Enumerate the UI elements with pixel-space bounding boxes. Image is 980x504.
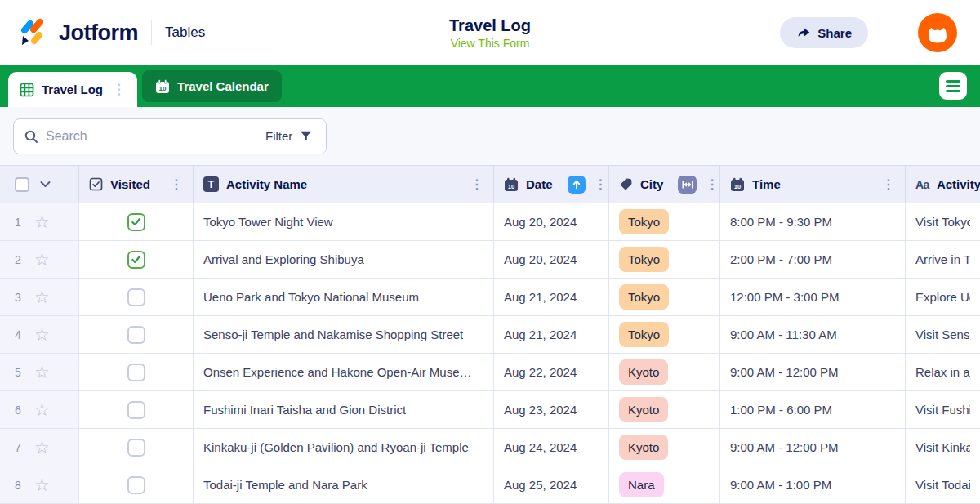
visited-cell[interactable] [79, 203, 194, 240]
search-input[interactable] [46, 129, 242, 144]
activity-cell[interactable]: Visit Todai- [906, 466, 980, 503]
visited-checkbox[interactable] [127, 326, 145, 344]
visited-checkbox[interactable] [127, 364, 145, 381]
visited-checkbox[interactable] [127, 401, 145, 419]
star-icon[interactable]: ☆ [34, 364, 50, 381]
visited-cell[interactable] [79, 241, 194, 278]
search-box[interactable] [14, 119, 252, 154]
tab-options-kebab-icon[interactable]: ⋮ [110, 83, 127, 96]
date-cell[interactable]: Aug 21, 2024 [494, 279, 609, 315]
activity-name-cell[interactable]: Arrival and Exploring Shibuya [194, 241, 494, 278]
visited-cell[interactable] [79, 391, 194, 428]
visited-cell[interactable] [79, 429, 194, 466]
tab-travel-calendar[interactable]: 10 Travel Calendar [142, 70, 282, 102]
star-icon[interactable]: ☆ [34, 326, 50, 343]
visited-checkbox[interactable] [127, 251, 145, 269]
time-cell[interactable]: 2:00 PM - 7:00 PM [720, 241, 906, 278]
city-cell[interactable]: Tokyo [609, 316, 720, 353]
visited-cell[interactable] [79, 316, 194, 353]
time-cell[interactable]: 12:00 PM - 3:00 PM [720, 279, 906, 315]
tab-travel-log[interactable]: Travel Log ⋮ [8, 72, 137, 107]
row-index-cell: 8 ☆ [0, 466, 79, 503]
time-cell[interactable]: 8:00 PM - 9:30 PM [720, 203, 906, 240]
view-this-form-link[interactable]: View This Form [451, 37, 530, 50]
city-cell[interactable]: Tokyo [609, 279, 720, 315]
column-menu-kebab-icon[interactable]: ⋮ [593, 178, 609, 191]
date-cell[interactable]: Aug 22, 2024 [494, 354, 609, 390]
table-row[interactable]: 8 ☆ Todai-ji Temple and Nara Park Aug 25… [0, 466, 980, 504]
table-row[interactable]: 5 ☆ Onsen Experience and Hakone Open-Air… [0, 354, 980, 391]
date-cell[interactable]: Aug 25, 2024 [494, 466, 609, 503]
column-menu-kebab-icon[interactable]: ⋮ [469, 178, 485, 191]
column-header-date[interactable]: 10 Date ⋮ [494, 166, 609, 203]
filter-button[interactable]: Filter [252, 119, 326, 154]
column-menu-kebab-icon[interactable]: ⋮ [168, 178, 185, 191]
date-cell[interactable]: Aug 21, 2024 [494, 316, 609, 353]
visited-cell[interactable] [79, 354, 194, 390]
city-cell[interactable]: Tokyo [609, 241, 720, 278]
product-name[interactable]: Tables [165, 25, 205, 41]
table-row[interactable]: 6 ☆ Fushimi Inari Taisha and Gion Distri… [0, 391, 980, 429]
table-row[interactable]: 3 ☆ Ueno Park and Tokyo National Museum … [0, 279, 980, 316]
activity-name-cell[interactable]: Fushimi Inari Taisha and Gion District [194, 391, 494, 428]
city-cell[interactable]: Nara [609, 466, 720, 503]
visited-cell[interactable] [79, 279, 194, 315]
star-icon[interactable]: ☆ [34, 476, 50, 493]
column-menu-kebab-icon[interactable]: ⋮ [704, 178, 720, 191]
table-row[interactable]: 4 ☆ Senso-ji Temple and Nakamise Shoppin… [0, 316, 980, 354]
column-width-badge[interactable] [678, 176, 697, 194]
chevron-down-icon[interactable] [40, 181, 51, 188]
star-icon[interactable]: ☆ [34, 288, 50, 306]
date-cell[interactable]: Aug 20, 2024 [494, 203, 609, 240]
activity-cell[interactable]: Explore Uen [906, 279, 980, 315]
city-cell[interactable]: Kyoto [609, 429, 720, 466]
activity-cell[interactable]: Visit Tokyo [906, 203, 980, 240]
visited-checkbox[interactable] [127, 476, 145, 494]
activity-name-cell[interactable]: Ueno Park and Tokyo National Museum [194, 279, 494, 315]
visited-checkbox[interactable] [127, 213, 145, 231]
activity-cell[interactable]: Visit Kinkak [906, 429, 980, 466]
visited-checkbox[interactable] [127, 288, 145, 306]
sort-ascending-badge[interactable] [568, 176, 586, 194]
select-all-checkbox[interactable] [15, 177, 29, 192]
time-cell[interactable]: 9:00 AM - 1:00 PM [720, 466, 906, 503]
city-cell[interactable]: Kyoto [609, 354, 720, 390]
table-row[interactable]: 2 ☆ Arrival and Exploring Shibuya Aug 20… [0, 241, 980, 279]
visited-checkbox[interactable] [127, 439, 145, 457]
activity-name-cell[interactable]: Kinkaku-ji (Golden Pavilion) and Ryoan-j… [194, 429, 494, 466]
star-icon[interactable]: ☆ [34, 213, 50, 230]
city-cell[interactable]: Tokyo [609, 203, 720, 240]
avatar[interactable] [918, 13, 957, 52]
table-row[interactable]: 7 ☆ Kinkaku-ji (Golden Pavilion) and Ryo… [0, 429, 980, 466]
star-icon[interactable]: ☆ [34, 401, 50, 418]
visited-cell[interactable] [79, 466, 194, 503]
activity-cell[interactable]: Relax in a tr [906, 354, 980, 390]
column-menu-kebab-icon[interactable]: ⋮ [880, 178, 897, 191]
column-header-city[interactable]: City ⋮ [609, 166, 720, 203]
column-header-activity-name[interactable]: T Activity Name ⋮ [194, 166, 494, 203]
time-cell[interactable]: 9:00 AM - 11:30 AM [720, 316, 906, 353]
star-icon[interactable]: ☆ [34, 439, 50, 456]
brand[interactable]: Jotform Tables [0, 16, 205, 49]
column-header-activity[interactable]: Aa Activity [906, 166, 980, 203]
activity-cell[interactable]: Visit Fushin [906, 391, 980, 428]
date-cell[interactable]: Aug 20, 2024 [494, 241, 609, 278]
column-header-visited[interactable]: Visited ⋮ [79, 166, 194, 203]
activity-name-cell[interactable]: Tokyo Tower Night View [194, 203, 494, 240]
date-cell[interactable]: Aug 23, 2024 [494, 391, 609, 428]
share-button[interactable]: Share [780, 17, 868, 48]
sheet-list-menu-button[interactable] [939, 72, 967, 100]
activity-name-cell[interactable]: Onsen Experience and Hakone Open-Air Mus… [194, 354, 494, 390]
time-cell[interactable]: 9:00 AM - 12:00 PM [720, 354, 906, 390]
time-cell[interactable]: 9:00 AM - 12:00 PM [720, 429, 906, 466]
city-cell[interactable]: Kyoto [609, 391, 720, 428]
date-cell[interactable]: Aug 24, 2024 [494, 429, 609, 466]
activity-cell[interactable]: Arrive in To [906, 241, 980, 278]
star-icon[interactable]: ☆ [34, 251, 50, 268]
activity-name-cell[interactable]: Senso-ji Temple and Nakamise Shopping St… [194, 316, 494, 353]
time-cell[interactable]: 1:00 PM - 6:00 PM [720, 391, 906, 428]
table-row[interactable]: 1 ☆ Tokyo Tower Night View Aug 20, 2024 … [0, 203, 980, 241]
column-header-time[interactable]: 10 Time ⋮ [720, 166, 906, 203]
activity-name-cell[interactable]: Todai-ji Temple and Nara Park [194, 466, 494, 503]
activity-cell[interactable]: Visit Senso [906, 316, 980, 353]
